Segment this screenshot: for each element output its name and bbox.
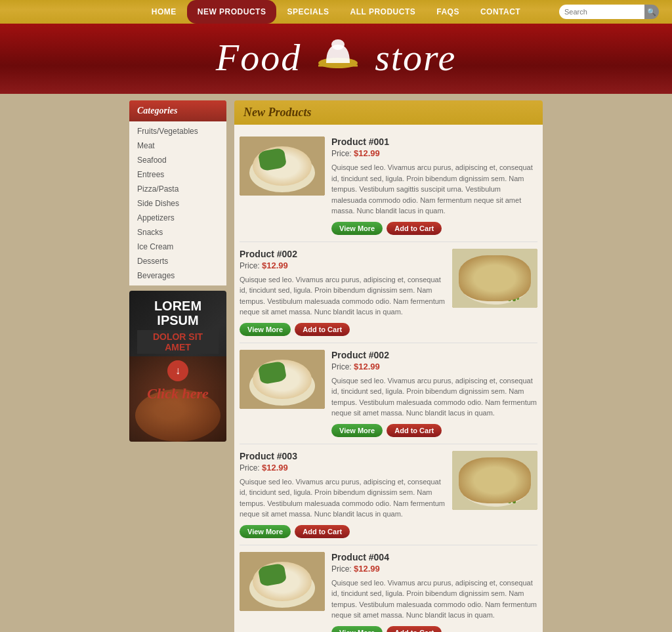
nav-contact[interactable]: CONTACT (470, 0, 531, 24)
add-to-cart-button-4[interactable]: Add to Cart (295, 525, 350, 538)
category-seafood[interactable]: Seafood (129, 153, 226, 167)
svg-rect-41 (268, 576, 280, 595)
svg-rect-14 (452, 249, 537, 308)
view-more-button-2[interactable]: View More (240, 323, 291, 336)
category-ice-cream[interactable]: Ice Cream (129, 240, 226, 254)
product-title-5: Product #004 (331, 552, 537, 562)
product-image-2 (452, 249, 537, 308)
category-snacks[interactable]: Snacks (129, 225, 226, 240)
product-image-5 (240, 552, 325, 611)
svg-point-23 (249, 366, 315, 406)
product-price-2: Price: $12.99 (240, 261, 446, 270)
product-title-4: Product #003 (240, 451, 446, 461)
view-more-button-5[interactable]: View More (331, 626, 383, 633)
product-row: Product #002 Price: $12.99 Quisque sed l… (240, 242, 537, 343)
category-pizza-pasta[interactable]: Pizza/Pasta (129, 182, 226, 196)
svg-rect-25 (257, 373, 272, 394)
product-image-4 (452, 451, 537, 510)
sidebar-categories: Categories Fruits/Vegetables Meat Seafoo… (129, 100, 226, 285)
svg-point-29 (287, 375, 294, 382)
nav-home[interactable]: HOME (141, 0, 187, 24)
nav-all-products[interactable]: ALL PRODUCTS (339, 0, 426, 24)
svg-rect-8 (257, 160, 272, 180)
svg-point-42 (291, 573, 299, 581)
svg-rect-17 (464, 270, 501, 293)
ad-click-here[interactable]: Click here (137, 385, 219, 402)
view-more-button-4[interactable]: View More (240, 525, 291, 538)
svg-point-24 (256, 372, 295, 396)
nav-new-products[interactable]: NEW PRODUCTS (187, 0, 277, 24)
svg-point-28 (299, 374, 305, 381)
svg-rect-40 (257, 576, 272, 596)
svg-rect-19 (508, 285, 511, 301)
add-to-cart-button-2[interactable]: Add to Cart (295, 323, 350, 336)
product-row: Product #003 Price: $12.99 Quisque sed l… (240, 444, 537, 545)
product-desc-4: Quisque sed leo. Vivamus arcu purus, adi… (240, 476, 446, 520)
svg-point-12 (287, 162, 294, 169)
view-more-button-3[interactable]: View More (331, 424, 383, 437)
category-meat[interactable]: Meat (129, 138, 226, 153)
title-food: Food (216, 35, 301, 79)
title-store: store (375, 35, 456, 79)
product-desc-3: Quisque sed leo. Vivamus arcu purus, adi… (331, 375, 537, 419)
svg-rect-16 (462, 268, 501, 295)
category-fruits-vegetables[interactable]: Fruits/Vegetables (129, 124, 226, 138)
svg-point-15 (459, 259, 531, 305)
svg-rect-33 (464, 473, 501, 495)
product-title-1: Product #001 (331, 137, 537, 147)
product-row: Product #001 Price: $12.99 Quisque sed l… (240, 130, 537, 242)
category-entrees[interactable]: Entrees (129, 167, 226, 182)
add-to-cart-button-1[interactable]: Add to Cart (387, 222, 442, 235)
category-desserts[interactable]: Desserts (129, 254, 226, 268)
svg-point-34 (501, 471, 521, 490)
product-image-1 (240, 137, 325, 196)
nav-specials[interactable]: SPECIALS (276, 0, 339, 24)
product-buttons-2: View More Add to Cart (240, 323, 446, 336)
view-more-button-1[interactable]: View More (331, 222, 383, 235)
product-image-3 (240, 350, 325, 409)
product-buttons-3: View More Add to Cart (331, 424, 537, 437)
chef-hat-icon (312, 38, 364, 77)
svg-point-44 (287, 578, 294, 584)
product-row: Product #004 Price: $12.99 Quisque sed l… (240, 545, 537, 633)
product-buttons-5: View More Add to Cart (331, 626, 537, 633)
add-to-cart-button-5[interactable]: Add to Cart (387, 626, 442, 633)
category-appetizers[interactable]: Appetizers (129, 211, 226, 225)
nav-faqs[interactable]: FAQS (426, 0, 470, 24)
svg-rect-36 (513, 485, 516, 503)
category-side-dishes[interactable]: Side Dishes (129, 196, 226, 211)
svg-rect-32 (462, 471, 501, 497)
main-container: Categories Fruits/Vegetables Meat Seafoo… (0, 94, 672, 632)
product-info-3: Product #002 Price: $12.99 Quisque sed l… (331, 350, 537, 437)
product-info-4: Product #003 Price: $12.99 Quisque sed l… (240, 451, 446, 538)
product-price-5: Price: $12.99 (331, 564, 537, 574)
product-price-3: Price: $12.99 (331, 362, 537, 371)
search-button[interactable]: 🔍 (644, 5, 659, 19)
ad-amet: AMET (165, 342, 191, 352)
product-desc-2: Quisque sed leo. Vivamus arcu purus, adi… (240, 274, 446, 318)
site-title: Food store (0, 35, 672, 79)
svg-rect-20 (513, 283, 516, 301)
svg-rect-9 (268, 161, 280, 180)
ad-banner[interactable]: LOREM IPSUM DOLOR SIT AMET ↓ Click here (129, 291, 226, 442)
add-to-cart-button-3[interactable]: Add to Cart (387, 424, 442, 437)
product-row: Product #002 Price: $12.99 Quisque sed l… (240, 343, 537, 444)
product-info-5: Product #004 Price: $12.99 Quisque sed l… (331, 552, 537, 633)
ad-text-lorem: LOREM IPSUM (137, 299, 219, 327)
section-title: New Products (243, 106, 312, 119)
svg-rect-21 (516, 285, 519, 300)
category-beverages[interactable]: Beverages (129, 268, 226, 283)
products-area: Product #001 Price: $12.99 Quisque sed l… (234, 125, 543, 632)
svg-point-31 (459, 461, 531, 507)
svg-point-7 (256, 159, 295, 182)
section-header: New Products (234, 100, 543, 125)
search-input[interactable] (559, 5, 644, 19)
ad-sit: SIT (188, 331, 203, 342)
ad-text-dolor: DOLOR SIT AMET (137, 330, 219, 354)
svg-point-6 (249, 153, 315, 192)
svg-point-13 (296, 167, 301, 172)
main-content: New Products (234, 100, 543, 632)
svg-point-18 (501, 268, 521, 288)
content-wrapper: Categories Fruits/Vegetables Meat Seafoo… (129, 100, 543, 632)
product-price-4: Price: $12.99 (240, 463, 446, 473)
